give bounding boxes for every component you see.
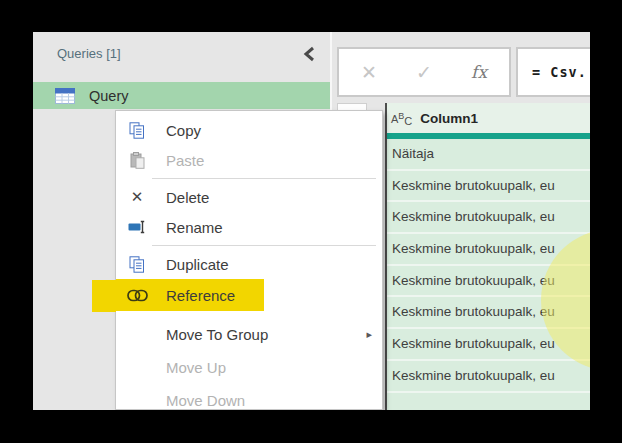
table-body: NäitajaKeskmine brutokuupalk, euKeskmine… bbox=[387, 139, 590, 410]
menu-item-rename[interactable]: Rename bbox=[116, 212, 382, 242]
menu-item-move-up[interactable]: Move Up bbox=[116, 352, 382, 382]
delete-icon: ✕ bbox=[124, 188, 150, 206]
copy-icon bbox=[124, 256, 150, 273]
menu-item-label: Move Down bbox=[166, 392, 245, 409]
table-row[interactable]: Keskmine brutokuupalk, eu bbox=[387, 171, 590, 203]
menu-item-delete[interactable]: ✕Delete bbox=[116, 182, 382, 212]
screenshot-root: { "queries_pane": { "header": "Queries [… bbox=[0, 0, 622, 443]
menu-item-label: Rename bbox=[166, 219, 223, 236]
menu-item-label: Paste bbox=[166, 152, 204, 169]
chevron-left-icon[interactable] bbox=[302, 46, 316, 62]
submenu-arrow-icon: ▸ bbox=[366, 328, 382, 341]
menu-separator bbox=[152, 245, 376, 246]
context-menu: CopyPaste✕DeleteRenameDuplicateReference… bbox=[115, 110, 383, 410]
menu-item-reference[interactable]: Reference bbox=[116, 279, 382, 311]
table-row[interactable] bbox=[387, 393, 590, 411]
table-row[interactable]: Keskmine brutokuupalk, eu bbox=[387, 266, 590, 298]
copy-icon bbox=[124, 122, 150, 139]
cancel-icon[interactable]: ✕ bbox=[361, 61, 377, 83]
menu-item-duplicate[interactable]: Duplicate bbox=[116, 249, 382, 279]
formula-toolbar: ✕ ✓ fx bbox=[337, 47, 511, 97]
queries-pane-title: Queries [1] bbox=[57, 46, 121, 61]
table-row[interactable]: Keskmine brutokuupalk, eu bbox=[387, 329, 590, 361]
text-type-icon: ABC bbox=[391, 109, 412, 127]
table-row[interactable]: Keskmine brutokuupalk, eu bbox=[387, 297, 590, 329]
confirm-icon[interactable]: ✓ bbox=[416, 61, 432, 83]
query-list-item[interactable]: Query bbox=[33, 82, 330, 109]
reference-highlight-annotation bbox=[92, 280, 116, 312]
table-row[interactable]: Keskmine brutokuupalk, eu bbox=[387, 234, 590, 266]
menu-item-move-down[interactable]: Move Down bbox=[116, 385, 382, 410]
menu-item-copy[interactable]: Copy bbox=[116, 115, 382, 145]
data-preview-table: ABC Column1 NäitajaKeskmine brutokuupalk… bbox=[385, 103, 590, 410]
menu-item-paste[interactable]: Paste bbox=[116, 145, 382, 175]
menu-item-label: Delete bbox=[166, 189, 209, 206]
menu-item-label: Reference bbox=[166, 287, 235, 304]
app-window: Queries [1] Query ✕ ✓ fx = Csv. bbox=[33, 32, 590, 410]
menu-item-label: Move To Group bbox=[166, 326, 268, 343]
table-row[interactable]: Näitaja bbox=[387, 139, 590, 171]
fx-icon[interactable]: fx bbox=[471, 62, 487, 82]
query-name: Query bbox=[89, 88, 129, 104]
column-title: Column1 bbox=[420, 111, 478, 126]
column-header[interactable]: ABC Column1 bbox=[387, 103, 590, 133]
menu-item-move-to-group[interactable]: Move To Group▸ bbox=[116, 319, 382, 349]
link-icon bbox=[124, 289, 150, 302]
menu-item-label: Copy bbox=[166, 122, 201, 139]
rename-icon bbox=[124, 220, 150, 234]
table-icon bbox=[55, 88, 75, 104]
formula-input[interactable]: = Csv. bbox=[516, 47, 590, 97]
formula-text: = Csv. bbox=[532, 64, 587, 80]
table-row[interactable]: Keskmine brutokuupalk, eu bbox=[387, 202, 590, 234]
menu-item-label: Duplicate bbox=[166, 256, 229, 273]
menu-separator bbox=[152, 178, 376, 179]
paste-icon bbox=[124, 152, 150, 169]
table-row[interactable]: Keskmine brutokuupalk, eu bbox=[387, 361, 590, 393]
menu-item-label: Move Up bbox=[166, 359, 226, 376]
